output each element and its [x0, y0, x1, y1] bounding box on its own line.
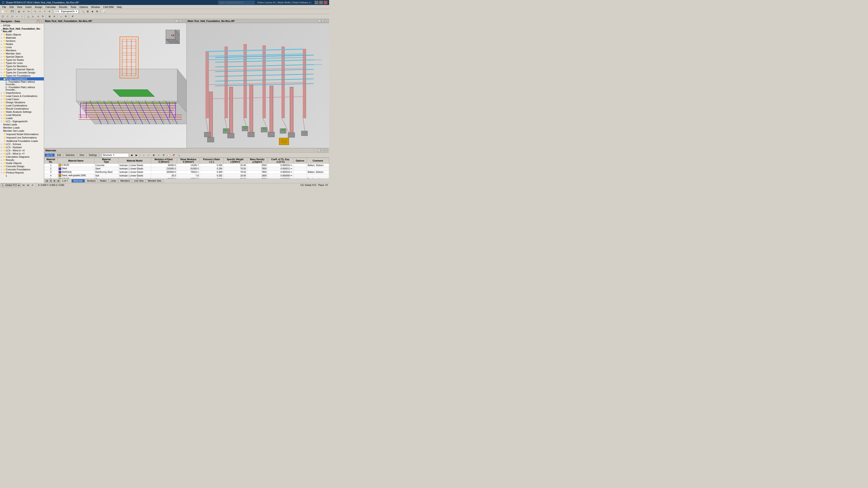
bp-filter-prev[interactable]: ◀	[129, 153, 134, 158]
nav-types-lines[interactable]: ▷ 📁 Types for Lines	[0, 61, 44, 65]
tb-member[interactable]: ≡	[47, 9, 52, 14]
nav-special-objects[interactable]: ▷ 📁 Special Objects	[0, 55, 44, 58]
tb2-rotate[interactable]: ↻	[40, 14, 45, 19]
tab-members[interactable]: Members	[119, 179, 132, 183]
tb2-7[interactable]: ▷	[31, 14, 35, 19]
tab-sections[interactable]: Sections	[85, 179, 98, 183]
bp-tb7[interactable]: 📌	[171, 153, 176, 158]
nav-concrete-design[interactable]: ▷ 📁 Concrete Design	[0, 165, 44, 168]
tb2-1[interactable]: ⬡	[0, 14, 5, 19]
bp-max[interactable]: □	[321, 149, 324, 152]
nav-types-nodes[interactable]: ▷ 📁 Types for Nodes	[0, 58, 44, 61]
edit-icon[interactable]: ✏	[290, 167, 292, 170]
bp-goto[interactable]: Go To	[44, 153, 55, 157]
menu-assign[interactable]: Assign	[33, 5, 43, 8]
viewport-right[interactable]: Main-Test_Hall_Foundation_No-Res.rf6* _ …	[187, 19, 329, 148]
viewport-left[interactable]: Main-Test_Hall_Foundation_No-Res.rf6* _ …	[44, 19, 187, 148]
menu-file[interactable]: File	[1, 5, 8, 8]
nav-lc2[interactable]: ▷ 📁 LC2 - Schnee	[0, 142, 44, 146]
bp-min[interactable]: _	[317, 149, 320, 152]
nav-types-concrete[interactable]: ▷ 📁 Types for Concrete Design	[0, 71, 44, 74]
menu-calculate[interactable]: Calculate	[44, 5, 57, 8]
lc-dropdown[interactable]: LC1 Eigengewicht ▼	[54, 9, 79, 13]
bp-edit[interactable]: Edit	[55, 153, 63, 157]
table-row[interactable]: 3 B500S(A) Reinforcing Steel Isotropic |…	[44, 170, 329, 174]
nav-membersets[interactable]: ▷ 📁 Member Sets	[0, 52, 44, 55]
nav-found-2[interactable]: 📄 2 - Foundation Plate | without Groundw…	[0, 86, 44, 91]
tb2-snap[interactable]: ✛	[52, 14, 57, 19]
cs-dropdown[interactable]: 1 - Global XYZ	[1, 184, 21, 187]
tab-lines[interactable]: Lines	[109, 179, 118, 183]
bp-tb5[interactable]: ✗	[161, 153, 166, 158]
table-row[interactable]: 2 Steel Steel Isotropic | Linear Elastic…	[44, 167, 329, 170]
tb2-2[interactable]: □	[5, 14, 10, 19]
nav-types-special[interactable]: ▷ 📁 Types for Special Objects	[0, 68, 44, 71]
nav-nodal-loads[interactable]: Nodal Loads	[0, 123, 44, 126]
tb2-6[interactable]: △	[26, 14, 31, 19]
nav-sections[interactable]: ▷ 📁 Sections	[0, 39, 44, 42]
nav-types-members[interactable]: ▷ 📁 Types for Members	[0, 65, 44, 68]
tab-nodes[interactable]: Nodes	[98, 179, 108, 183]
nav-single-foundations[interactable]: ▽ 📁 Single Foundations	[0, 77, 44, 80]
nav-lc1[interactable]: ▽ 📁 LC1 - Eigengewicht	[0, 120, 44, 123]
vr-min[interactable]: _	[318, 20, 321, 23]
edit-icon[interactable]: ✏	[290, 174, 292, 177]
nav-imposed-nodal[interactable]: ⚡ Imposed Nodal Deformations	[0, 132, 44, 136]
tb2-grid[interactable]: ⊞	[47, 14, 52, 19]
nav-lines[interactable]: ▷ 📁 Lines	[0, 46, 44, 49]
tb-open[interactable]: 📂	[5, 9, 10, 14]
nav-report-1[interactable]: 📄 1	[0, 174, 44, 177]
tb2-4[interactable]: ↔	[15, 14, 19, 19]
search-input[interactable]	[218, 1, 254, 4]
page-next[interactable]: ▶	[53, 180, 56, 183]
menu-window[interactable]: Window	[90, 5, 101, 8]
tb2-8[interactable]: ◁	[36, 14, 40, 19]
view-persp[interactable]: P	[31, 184, 34, 187]
nav-member-set-loads[interactable]: Member Set Loads	[0, 129, 44, 132]
nav-concrete-foundations[interactable]: ▷ 📁 Concrete Foundations	[0, 168, 44, 171]
edit-icon[interactable]: ✏	[290, 171, 292, 173]
nav-lcc[interactable]: ▽ 📁 Load Cases & Combinations	[0, 94, 44, 98]
nav-loads[interactable]: ▽ 📁 Loads	[0, 117, 44, 120]
minimize-button[interactable]: _	[315, 1, 318, 4]
bp-settings[interactable]: Settings	[87, 153, 99, 157]
bp-tb2[interactable]: ↕	[147, 153, 151, 158]
menu-help[interactable]: Help	[116, 5, 123, 8]
tb2-label[interactable]: A	[64, 14, 68, 19]
tab-line-sets[interactable]: Line Sets	[132, 179, 146, 183]
tb-zoom-in[interactable]: 🔍	[81, 9, 85, 14]
nav-rfem[interactable]: ▷ RFEM	[0, 24, 44, 27]
bp-tb6[interactable]: 📋	[166, 153, 171, 158]
page-prev[interactable]: ◀	[49, 180, 52, 183]
tb2-3[interactable]: ◻	[10, 14, 14, 19]
tb-line[interactable]: /	[42, 9, 47, 14]
nav-pin[interactable]: 📌	[36, 20, 39, 23]
nav-static-analysis[interactable]: ▷ 📁 Static Analysis Settings	[0, 110, 44, 113]
nav-nodes[interactable]: ▷ 📁 Nodes	[0, 42, 44, 46]
bp-close[interactable]: ×	[324, 149, 328, 152]
tb-zoom-all[interactable]: ⊞	[86, 9, 90, 14]
view-2d[interactable]: 2D	[22, 184, 25, 187]
vl-min[interactable]: _	[175, 20, 178, 23]
vl-max[interactable]: □	[179, 20, 182, 23]
nav-calc-diagrams[interactable]: ▷ 📁 Calculation Diagrams	[0, 155, 44, 158]
vr-max[interactable]: □	[321, 20, 324, 23]
nav-design-sit[interactable]: ▷ 📁 Design Situations	[0, 101, 44, 104]
tb2-x[interactable]: ✗	[70, 14, 75, 19]
nav-close[interactable]: ×	[40, 20, 43, 23]
nav-load-wizards[interactable]: ▷ 📁 Load Wizards	[0, 113, 44, 117]
bp-tb3[interactable]: ⊞	[151, 153, 156, 158]
tb-result-view[interactable]: 📊	[102, 9, 106, 14]
bp-tb1[interactable]: ↔	[142, 153, 146, 158]
bp-tb4[interactable]: ✓	[156, 153, 161, 158]
tb-redo[interactable]: ↪	[26, 9, 31, 14]
tb-render[interactable]: ◈	[90, 9, 95, 14]
nav-imperfections[interactable]: ▷ 📁 Imperfections	[0, 91, 44, 94]
nav-additional-found[interactable]: ⚡ Additional Foundation Loads	[0, 139, 44, 142]
nav-lc4[interactable]: ▷ 📁 LC4 - Wind in +X	[0, 149, 44, 152]
nav-guide-objects[interactable]: ▷ 📁 Guide Objects	[0, 162, 44, 165]
menu-options[interactable]: Options	[78, 5, 89, 8]
tb-select[interactable]: ↖	[33, 9, 37, 14]
bp-view[interactable]: View	[77, 153, 86, 157]
nav-project[interactable]: ▽ Main-Test_Hall_Foundation_No-Res.rf6*	[0, 27, 44, 33]
